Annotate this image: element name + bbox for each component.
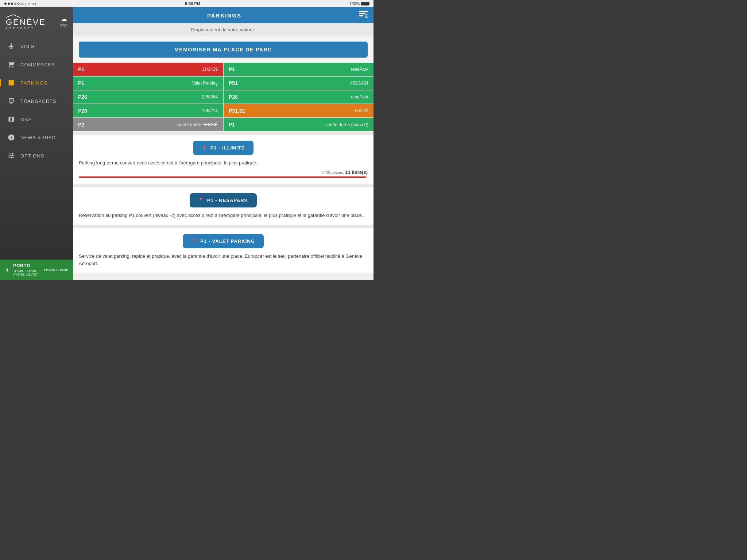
- weather-widget: ☁ 5°C: [61, 15, 67, 28]
- battery-icon: [361, 2, 369, 5]
- parking-value: courte durée FERMÉ: [177, 122, 218, 127]
- parking-value: 453/1424: [350, 81, 368, 86]
- section-divider-3: [73, 225, 374, 228]
- parking-label: P1: [229, 66, 235, 72]
- options-label: OPTIONS: [20, 153, 44, 159]
- parking-cell-p1-resapark[interactable]: P1 resaPark: [224, 63, 374, 76]
- p1-resapark-description: Réservation au parking P1 couvert (nivea…: [79, 212, 368, 219]
- transports-label: TRANSPORTS: [20, 98, 57, 104]
- parking-label: P51: [229, 80, 238, 86]
- commerces-label: COMMERCES: [20, 62, 55, 67]
- memorize-section: MÉMORISER MA PLACE DE PARC: [73, 36, 374, 63]
- p1-resapark-button[interactable]: 📍 P1 - RESAPARK: [190, 193, 257, 207]
- status-bar-left: atipik.ch: [4, 1, 36, 6]
- parking-value: Valet Parking: [192, 81, 218, 86]
- svg-text:$: $: [366, 15, 367, 18]
- sidebar-item-map[interactable]: MAP: [0, 110, 73, 128]
- p1-illimite-description: Parking long terme couvert avec accès di…: [79, 159, 368, 167]
- sidebar-item-parkings[interactable]: PARKINGS: [0, 74, 73, 92]
- battery-percent: 100%: [349, 1, 360, 6]
- sidebar-item-transports[interactable]: TRANSPORTS: [0, 92, 73, 110]
- tram-icon: [7, 97, 15, 105]
- content-area: PARKINGS $ Emplacement de votre voiture:…: [73, 7, 374, 280]
- dot-3: [11, 3, 13, 5]
- status-bar: atipik.ch 5:30 PM 100%: [0, 0, 374, 7]
- parking-label: P2: [78, 122, 84, 128]
- flight-time-label: PRÉVU À 13:40: [44, 268, 68, 272]
- sidebar-item-options[interactable]: OPTIONS: [0, 147, 73, 165]
- sidebar-item-commerces[interactable]: COMMERCES: [0, 55, 73, 74]
- signal-dots: [4, 3, 20, 5]
- pin-icon-2: 📍: [198, 198, 204, 203]
- memorize-button[interactable]: MÉMORISER MA PLACE DE PARC: [79, 42, 368, 58]
- svg-rect-0: [359, 11, 368, 12]
- parking-cell-p20[interactable]: P20 106/214: [73, 104, 223, 117]
- sidebar-nav: VOLS COMMERCES PARKINGS TR: [0, 34, 73, 260]
- map-icon: [7, 115, 15, 123]
- parking-value: resaPark: [351, 94, 368, 100]
- parking-cell-p51[interactable]: P51 453/1424: [224, 77, 374, 90]
- sidebar: GENÈVE AÉROPORT ☁ 5°C VOLS: [0, 7, 73, 280]
- parking-value: resaPark: [351, 67, 368, 72]
- map-label: MAP: [20, 117, 32, 122]
- parking-grid: P1 11/2429 P1 resaPark P1 Valet Parking …: [73, 63, 374, 131]
- vols-label: VOLS: [20, 44, 35, 49]
- status-right: 100%: [349, 1, 369, 6]
- dot-2: [8, 3, 10, 5]
- sidebar-item-news[interactable]: NEWS & INFO: [0, 128, 73, 147]
- status-time: 5:30 PM: [185, 1, 200, 6]
- news-label: NEWS & INFO: [20, 135, 56, 140]
- parking-cell-p1-courte[interactable]: P1 courte durée (couvert): [224, 118, 374, 131]
- sidebar-header: GENÈVE AÉROPORT ☁ 5°C: [0, 7, 73, 34]
- filter-icon[interactable]: $: [359, 11, 368, 20]
- p1-illimite-capacity: 2429 places, 11 libre(s): [79, 170, 368, 175]
- section-divider-2: [73, 184, 374, 187]
- parking-label: P26: [229, 94, 238, 100]
- weather-icon: ☁: [61, 15, 67, 23]
- pin-icon-3: 📍: [191, 239, 197, 244]
- section-divider-1: [73, 132, 374, 135]
- main-layout: GENÈVE AÉROPORT ☁ 5°C VOLS: [0, 7, 374, 280]
- content-header: PARKINGS $: [73, 7, 374, 23]
- sidebar-footer[interactable]: ✈ PORTO TP939, LX4588, AY6785, A31767 PR…: [0, 260, 73, 280]
- parking-value: 11/2429: [202, 67, 218, 72]
- parking-label: P1: [229, 122, 235, 128]
- plane-icon: [7, 42, 15, 50]
- dot-4: [14, 3, 16, 5]
- page-title: PARKINGS: [90, 12, 359, 19]
- content-scroll[interactable]: Emplacement de votre voiture: MÉMORISER …: [73, 23, 374, 280]
- sidebar-item-vols[interactable]: VOLS: [0, 37, 73, 55]
- parking-cell-p26-resapark[interactable]: P26 resaPark: [224, 90, 374, 104]
- parking-cell-p26-left[interactable]: P26 295/864: [73, 90, 223, 104]
- parking-cell-p2[interactable]: P2 courte durée FERMÉ: [73, 118, 223, 131]
- parking-icon: [7, 79, 15, 87]
- carrier-label: atipik.ch: [21, 1, 36, 6]
- parking-cell-p31[interactable]: P31,32 50/270: [224, 104, 374, 117]
- location-bar: Emplacement de votre voiture:: [73, 23, 374, 36]
- parking-label: P26: [78, 94, 87, 100]
- parking-detail-p1-valet: 📍 P1 - VALET PARKING Service de valet pa…: [73, 228, 374, 273]
- parking-label: P31,32: [229, 108, 245, 114]
- logo-area: GENÈVE AÉROPORT: [6, 13, 46, 30]
- flight-time: PRÉVU À 13:40: [44, 268, 68, 272]
- parking-cell-p1-valet[interactable]: P1 Valet Parking: [73, 77, 223, 90]
- dot-5: [18, 3, 20, 5]
- logo-chevron-icon: [6, 13, 20, 18]
- flight-footer-icon: ✈: [4, 266, 11, 273]
- flight-destination: PORTO: [13, 263, 40, 268]
- svg-rect-2: [359, 15, 363, 16]
- flight-numbers: TP939, LX4588, AY6785, A31767: [13, 269, 40, 276]
- parking-cell-p1-red[interactable]: P1 11/2429: [73, 63, 223, 76]
- logo-text: GENÈVE AÉROPORT: [6, 18, 46, 30]
- p1-illimite-button[interactable]: 📍 P1 - ILLIMITÉ: [193, 141, 254, 155]
- flight-info: PORTO TP939, LX4588, AY6785, A31767: [13, 263, 40, 276]
- parking-value: 106/214: [202, 108, 218, 113]
- parking-value: 50/270: [355, 108, 368, 113]
- svg-rect-1: [359, 13, 365, 14]
- parking-label: P1: [78, 80, 84, 86]
- weather-temp: 5°C: [61, 24, 67, 28]
- p1-valet-description: Service de valet parking, rapide et prat…: [79, 253, 368, 267]
- p1-valet-button[interactable]: 📍 P1 - VALET PARKING: [183, 234, 264, 248]
- info-icon: [7, 133, 15, 141]
- p1-illimite-label: P1 - ILLIMITÉ: [210, 145, 245, 151]
